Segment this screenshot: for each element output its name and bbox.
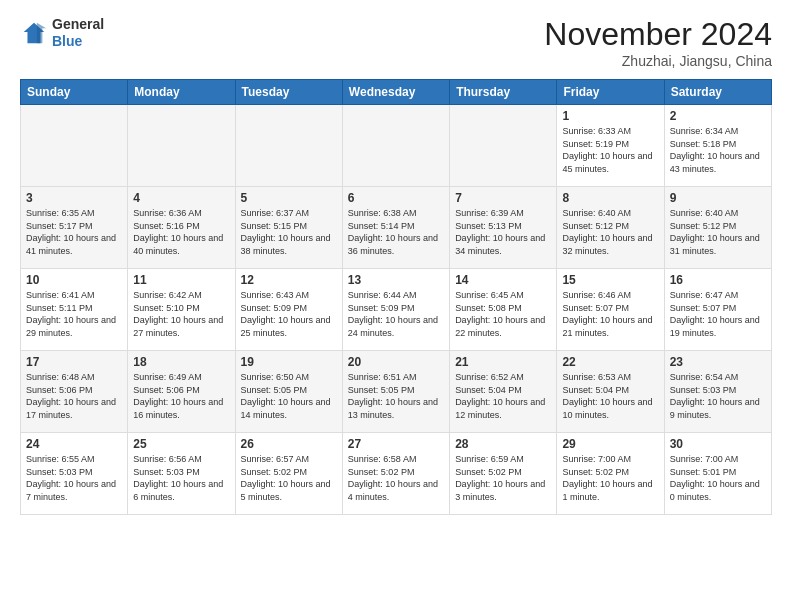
day-info: Sunrise: 6:56 AMSunset: 5:03 PMDaylight:… — [133, 453, 229, 503]
day-info: Sunrise: 6:49 AMSunset: 5:06 PMDaylight:… — [133, 371, 229, 421]
col-wednesday: Wednesday — [342, 80, 449, 105]
calendar-cell-18: 18Sunrise: 6:49 AMSunset: 5:06 PMDayligh… — [128, 351, 235, 433]
day-number: 27 — [348, 437, 444, 451]
calendar-cell-1: 1Sunrise: 6:33 AMSunset: 5:19 PMDaylight… — [557, 105, 664, 187]
day-info: Sunrise: 6:44 AMSunset: 5:09 PMDaylight:… — [348, 289, 444, 339]
calendar-cell-29: 29Sunrise: 7:00 AMSunset: 5:02 PMDayligh… — [557, 433, 664, 515]
day-info: Sunrise: 6:41 AMSunset: 5:11 PMDaylight:… — [26, 289, 122, 339]
day-info: Sunrise: 6:38 AMSunset: 5:14 PMDaylight:… — [348, 207, 444, 257]
day-info: Sunrise: 6:57 AMSunset: 5:02 PMDaylight:… — [241, 453, 337, 503]
calendar-cell-11: 11Sunrise: 6:42 AMSunset: 5:10 PMDayligh… — [128, 269, 235, 351]
calendar-page: General Blue November 2024 Zhuzhai, Jian… — [0, 0, 792, 525]
day-info: Sunrise: 6:48 AMSunset: 5:06 PMDaylight:… — [26, 371, 122, 421]
day-number: 9 — [670, 191, 766, 205]
calendar-cell-empty — [235, 105, 342, 187]
day-number: 30 — [670, 437, 766, 451]
calendar-cell-23: 23Sunrise: 6:54 AMSunset: 5:03 PMDayligh… — [664, 351, 771, 433]
page-header: General Blue November 2024 Zhuzhai, Jian… — [20, 16, 772, 69]
day-info: Sunrise: 6:59 AMSunset: 5:02 PMDaylight:… — [455, 453, 551, 503]
day-info: Sunrise: 7:00 AMSunset: 5:02 PMDaylight:… — [562, 453, 658, 503]
calendar-cell-4: 4Sunrise: 6:36 AMSunset: 5:16 PMDaylight… — [128, 187, 235, 269]
day-info: Sunrise: 6:39 AMSunset: 5:13 PMDaylight:… — [455, 207, 551, 257]
day-number: 13 — [348, 273, 444, 287]
calendar-cell-empty — [21, 105, 128, 187]
calendar-cell-26: 26Sunrise: 6:57 AMSunset: 5:02 PMDayligh… — [235, 433, 342, 515]
header-row: Sunday Monday Tuesday Wednesday Thursday… — [21, 80, 772, 105]
day-number: 1 — [562, 109, 658, 123]
day-number: 4 — [133, 191, 229, 205]
logo: General Blue — [20, 16, 104, 50]
logo-text: General Blue — [52, 16, 104, 50]
svg-marker-1 — [37, 23, 46, 44]
calendar-cell-27: 27Sunrise: 6:58 AMSunset: 5:02 PMDayligh… — [342, 433, 449, 515]
calendar-cell-30: 30Sunrise: 7:00 AMSunset: 5:01 PMDayligh… — [664, 433, 771, 515]
day-info: Sunrise: 6:53 AMSunset: 5:04 PMDaylight:… — [562, 371, 658, 421]
logo-blue: Blue — [52, 33, 104, 50]
day-info: Sunrise: 6:52 AMSunset: 5:04 PMDaylight:… — [455, 371, 551, 421]
calendar-cell-10: 10Sunrise: 6:41 AMSunset: 5:11 PMDayligh… — [21, 269, 128, 351]
day-info: Sunrise: 6:46 AMSunset: 5:07 PMDaylight:… — [562, 289, 658, 339]
col-saturday: Saturday — [664, 80, 771, 105]
calendar-cell-20: 20Sunrise: 6:51 AMSunset: 5:05 PMDayligh… — [342, 351, 449, 433]
day-number: 2 — [670, 109, 766, 123]
week-row-1: 1Sunrise: 6:33 AMSunset: 5:19 PMDaylight… — [21, 105, 772, 187]
day-info: Sunrise: 6:58 AMSunset: 5:02 PMDaylight:… — [348, 453, 444, 503]
day-info: Sunrise: 6:35 AMSunset: 5:17 PMDaylight:… — [26, 207, 122, 257]
day-number: 18 — [133, 355, 229, 369]
week-row-2: 3Sunrise: 6:35 AMSunset: 5:17 PMDaylight… — [21, 187, 772, 269]
day-number: 10 — [26, 273, 122, 287]
calendar-cell-24: 24Sunrise: 6:55 AMSunset: 5:03 PMDayligh… — [21, 433, 128, 515]
week-row-5: 24Sunrise: 6:55 AMSunset: 5:03 PMDayligh… — [21, 433, 772, 515]
day-number: 22 — [562, 355, 658, 369]
logo-icon — [20, 19, 48, 47]
calendar-cell-19: 19Sunrise: 6:50 AMSunset: 5:05 PMDayligh… — [235, 351, 342, 433]
day-info: Sunrise: 6:54 AMSunset: 5:03 PMDaylight:… — [670, 371, 766, 421]
calendar-cell-12: 12Sunrise: 6:43 AMSunset: 5:09 PMDayligh… — [235, 269, 342, 351]
day-info: Sunrise: 6:43 AMSunset: 5:09 PMDaylight:… — [241, 289, 337, 339]
day-info: Sunrise: 6:40 AMSunset: 5:12 PMDaylight:… — [562, 207, 658, 257]
calendar-cell-3: 3Sunrise: 6:35 AMSunset: 5:17 PMDaylight… — [21, 187, 128, 269]
day-info: Sunrise: 6:51 AMSunset: 5:05 PMDaylight:… — [348, 371, 444, 421]
col-friday: Friday — [557, 80, 664, 105]
day-number: 28 — [455, 437, 551, 451]
calendar-cell-empty — [450, 105, 557, 187]
day-info: Sunrise: 6:47 AMSunset: 5:07 PMDaylight:… — [670, 289, 766, 339]
day-number: 14 — [455, 273, 551, 287]
calendar-cell-15: 15Sunrise: 6:46 AMSunset: 5:07 PMDayligh… — [557, 269, 664, 351]
day-info: Sunrise: 6:50 AMSunset: 5:05 PMDaylight:… — [241, 371, 337, 421]
week-row-4: 17Sunrise: 6:48 AMSunset: 5:06 PMDayligh… — [21, 351, 772, 433]
day-number: 6 — [348, 191, 444, 205]
week-row-3: 10Sunrise: 6:41 AMSunset: 5:11 PMDayligh… — [21, 269, 772, 351]
calendar-cell-5: 5Sunrise: 6:37 AMSunset: 5:15 PMDaylight… — [235, 187, 342, 269]
calendar-table: Sunday Monday Tuesday Wednesday Thursday… — [20, 79, 772, 515]
title-section: November 2024 Zhuzhai, Jiangsu, China — [544, 16, 772, 69]
calendar-cell-6: 6Sunrise: 6:38 AMSunset: 5:14 PMDaylight… — [342, 187, 449, 269]
day-number: 16 — [670, 273, 766, 287]
day-info: Sunrise: 6:33 AMSunset: 5:19 PMDaylight:… — [562, 125, 658, 175]
logo-general: General — [52, 16, 104, 33]
day-info: Sunrise: 6:40 AMSunset: 5:12 PMDaylight:… — [670, 207, 766, 257]
day-number: 5 — [241, 191, 337, 205]
col-sunday: Sunday — [21, 80, 128, 105]
day-number: 7 — [455, 191, 551, 205]
calendar-cell-2: 2Sunrise: 6:34 AMSunset: 5:18 PMDaylight… — [664, 105, 771, 187]
day-number: 19 — [241, 355, 337, 369]
day-info: Sunrise: 6:42 AMSunset: 5:10 PMDaylight:… — [133, 289, 229, 339]
day-number: 26 — [241, 437, 337, 451]
day-info: Sunrise: 6:36 AMSunset: 5:16 PMDaylight:… — [133, 207, 229, 257]
day-number: 24 — [26, 437, 122, 451]
day-number: 8 — [562, 191, 658, 205]
day-info: Sunrise: 6:45 AMSunset: 5:08 PMDaylight:… — [455, 289, 551, 339]
calendar-cell-16: 16Sunrise: 6:47 AMSunset: 5:07 PMDayligh… — [664, 269, 771, 351]
day-number: 15 — [562, 273, 658, 287]
day-number: 12 — [241, 273, 337, 287]
day-number: 25 — [133, 437, 229, 451]
calendar-cell-25: 25Sunrise: 6:56 AMSunset: 5:03 PMDayligh… — [128, 433, 235, 515]
day-number: 11 — [133, 273, 229, 287]
calendar-cell-28: 28Sunrise: 6:59 AMSunset: 5:02 PMDayligh… — [450, 433, 557, 515]
col-thursday: Thursday — [450, 80, 557, 105]
day-info: Sunrise: 6:55 AMSunset: 5:03 PMDaylight:… — [26, 453, 122, 503]
calendar-cell-17: 17Sunrise: 6:48 AMSunset: 5:06 PMDayligh… — [21, 351, 128, 433]
calendar-cell-9: 9Sunrise: 6:40 AMSunset: 5:12 PMDaylight… — [664, 187, 771, 269]
col-tuesday: Tuesday — [235, 80, 342, 105]
